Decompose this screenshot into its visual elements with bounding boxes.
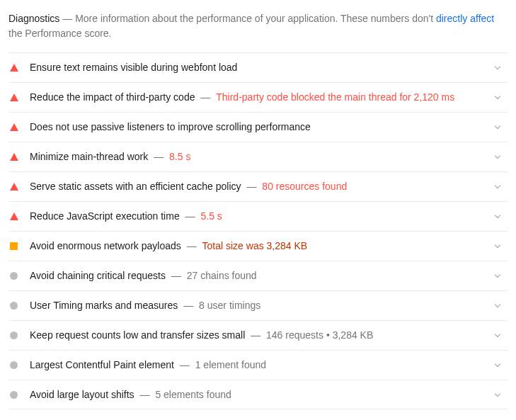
audit-text: Minimize main-thread work — 8.5 s [30,149,491,164]
audit-title: Minimize main-thread work [30,151,148,162]
audit-detail: 80 resources found [262,181,347,192]
audit-row[interactable]: Reduce the impact of third-party code — … [8,82,508,112]
audit-text: Serve static assets with an efficient ca… [30,179,491,193]
expand-toggle[interactable] [491,126,505,128]
expand-toggle[interactable] [491,67,505,69]
chevron-down-icon [495,153,500,159]
audit-detail: 27 chains found [187,270,257,281]
audit-detail: Third-party code blocked the main thread… [216,91,454,103]
audit-row[interactable]: Does not use passive listeners to improv… [8,112,508,142]
info-circle-icon [10,361,18,369]
expand-toggle[interactable] [491,245,505,247]
audit-icon-cell [8,153,30,161]
audit-separator: — [166,270,187,281]
audit-row[interactable]: Keep request counts low and transfer siz… [8,320,508,350]
audit-row[interactable]: Ensure text remains visible during webfo… [8,52,508,82]
audit-separator: — [174,359,195,370]
audit-title: Keep request counts low and transfer siz… [30,329,245,341]
chevron-down-icon [495,272,500,278]
audit-icon-cell [8,331,30,339]
expand-toggle[interactable] [491,394,505,396]
audit-text: Keep request counts low and transfer siz… [30,328,491,342]
audit-text: Avoid chaining critical requests — 27 ch… [30,268,491,283]
audit-text: Reduce the impact of third-party code — … [30,90,491,104]
audit-icon-cell [8,93,30,101]
audit-icon-cell [8,212,30,220]
audit-title: Avoid large layout shifts [30,389,134,400]
chevron-down-icon [495,361,500,367]
info-circle-icon [10,331,18,339]
directly-affect-link[interactable]: directly affect [436,13,494,24]
audit-separator: — [245,329,266,341]
audit-text: User Timing marks and measures — 8 user … [30,298,491,312]
audit-detail: 8.5 s [169,151,190,162]
audit-title: Largest Contentful Paint element [30,359,174,370]
audit-title: Serve static assets with an efficient ca… [30,181,241,192]
expand-toggle[interactable] [491,215,505,217]
audit-row[interactable]: Avoid enormous network payloads — Total … [8,231,508,261]
audit-row[interactable]: User Timing marks and measures — 8 user … [8,290,508,320]
diagnostics-header: Diagnostics — More information about the… [8,6,508,52]
audit-text: Does not use passive listeners to improv… [30,120,491,134]
section-description: More information about the performance o… [75,13,436,24]
audit-icon-cell [8,391,30,399]
audit-detail: 8 user timings [199,300,260,311]
audit-text: Largest Contentful Paint element — 1 ele… [30,358,491,372]
chevron-down-icon [495,390,500,396]
audit-text: Reduce JavaScript execution time — 5.5 s [30,209,491,223]
fail-triangle-icon [10,153,18,161]
audit-detail: 5.5 s [200,210,222,222]
audit-row[interactable]: Largest Contentful Paint element — 1 ele… [8,350,508,380]
expand-toggle[interactable] [491,364,505,366]
audit-row[interactable]: Serve static assets with an efficient ca… [8,171,508,201]
section-sep: — [59,13,75,24]
expand-toggle[interactable] [491,275,505,277]
audit-row[interactable]: Minimize main-thread work — 8.5 s [8,142,508,171]
audit-row[interactable]: Reduce JavaScript execution time — 5.5 s [8,201,508,231]
audit-text: Ensure text remains visible during webfo… [30,60,491,74]
section-description-tail: the Performance score. [8,28,112,39]
info-circle-icon [10,391,18,399]
audit-icon-cell [8,272,30,280]
audit-separator: — [180,210,201,222]
chevron-down-icon [495,183,500,188]
expand-toggle[interactable] [491,156,505,158]
audit-separator: — [148,151,169,162]
audit-title: Reduce the impact of third-party code [30,91,195,103]
audit-separator: — [134,389,156,400]
audit-detail: Total size was 3,284 KB [202,240,308,251]
fail-triangle-icon [10,212,18,220]
fail-triangle-icon [10,123,18,131]
audit-title: Does not use passive listeners to improv… [30,121,311,132]
audit-separator: — [241,181,263,192]
audit-row[interactable]: Avoid large layout shifts — 5 elements f… [8,380,508,409]
expand-toggle[interactable] [491,96,505,98]
audit-separator: — [195,91,216,103]
chevron-down-icon [495,93,500,99]
warn-square-icon [10,242,18,250]
expand-toggle[interactable] [491,186,505,188]
audit-title: Avoid chaining critical requests [30,270,166,281]
audit-title: Reduce JavaScript execution time [30,210,180,222]
audit-text: Avoid enormous network payloads — Total … [30,239,491,253]
audit-detail: 146 requests • 3,284 KB [266,329,373,341]
audit-icon-cell [8,302,30,310]
audit-detail: 1 element found [195,359,266,370]
chevron-down-icon [495,331,500,337]
audit-icon-cell [8,123,30,131]
audit-row[interactable]: Avoid chaining critical requests — 27 ch… [8,261,508,290]
expand-toggle[interactable] [491,305,505,307]
audit-title: Avoid enormous network payloads [30,240,181,251]
info-circle-icon [10,272,18,280]
audit-icon-cell [8,64,30,72]
audit-icon-cell [8,183,30,191]
audit-icon-cell [8,361,30,369]
audit-text: Avoid large layout shifts — 5 elements f… [30,387,491,402]
audit-title: User Timing marks and measures [30,300,178,311]
fail-triangle-icon [10,64,18,72]
audit-separator: — [181,240,202,251]
audit-icon-cell [8,242,30,250]
expand-toggle[interactable] [491,334,505,336]
chevron-down-icon [495,212,500,218]
audit-list: Ensure text remains visible during webfo… [8,52,508,409]
